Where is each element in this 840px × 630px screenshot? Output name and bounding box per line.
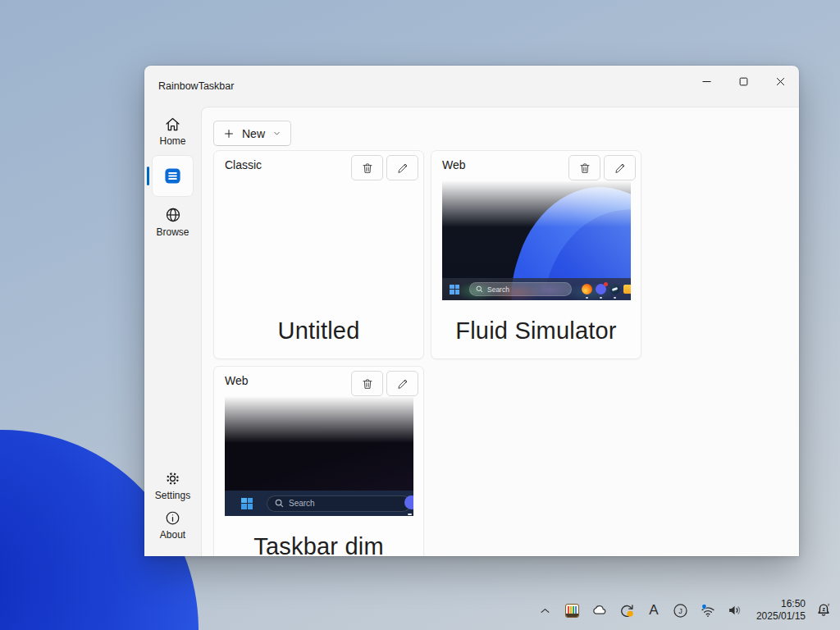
delete-profile-button[interactable]: [568, 155, 600, 180]
clock-letter: J: [679, 606, 683, 614]
sidebar-item-label: Browse: [156, 226, 189, 238]
bell-z-letter: z: [822, 606, 825, 612]
thumbnail-search-box: Search: [469, 282, 572, 296]
minimize-icon: [701, 75, 713, 88]
firefox-icon: [582, 284, 592, 294]
delete-profile-button[interactable]: [351, 155, 383, 180]
titlebar: RainbowTaskbar: [144, 66, 799, 107]
maximize-icon: [737, 75, 750, 88]
profile-title: Fluid Simulator: [431, 316, 641, 345]
profile-grid: Classic Untitled: [213, 150, 646, 556]
window-controls: [688, 66, 799, 97]
delete-profile-button[interactable]: [351, 371, 383, 396]
new-profile-button[interactable]: New: [213, 121, 291, 146]
config-list-icon: [163, 167, 182, 185]
search-label: Search: [487, 285, 509, 294]
profile-type-label: Web: [225, 374, 249, 387]
thumbnail-top-fade: [442, 176, 631, 227]
steam-icon: [609, 284, 620, 294]
profile-card-taskbar-dim[interactable]: Web: [213, 366, 424, 556]
thumbnail-taskbar: Search: [225, 491, 413, 516]
sidebar-item-settings[interactable]: Settings: [147, 466, 199, 505]
rainbowtaskbar-window: RainbowTaskbar Home: [144, 66, 799, 556]
start-button-icon: [241, 498, 253, 509]
network-tray-icon[interactable]: [699, 598, 717, 623]
sidebar-item-label: About: [160, 529, 185, 541]
sync-icon: [618, 601, 636, 619]
profile-card-fluid-simulator[interactable]: Web: [431, 150, 641, 359]
search-icon: [476, 285, 483, 293]
bell-dnd-icon: z z: [815, 601, 833, 619]
sidebar-item-configs-selected[interactable]: [153, 156, 193, 196]
pencil-icon: [614, 162, 627, 175]
thumbnail-taskbar: Search: [442, 278, 631, 300]
sidebar-item-browse[interactable]: Browse: [147, 202, 199, 242]
trash-icon: [361, 377, 374, 390]
hidden-icons-chevron[interactable]: [536, 598, 555, 623]
onedrive-tray-icon[interactable]: [591, 598, 609, 623]
trash-icon: [361, 162, 374, 175]
pencil-icon: [396, 162, 409, 175]
pencil-icon: [396, 377, 409, 390]
selected-indicator: [147, 167, 149, 185]
sidebar-item-home[interactable]: Home: [147, 112, 199, 151]
maximize-button[interactable]: [725, 66, 762, 97]
notification-center-button[interactable]: z z: [815, 598, 833, 623]
running-indicator: [408, 514, 412, 515]
profile-card-untitled[interactable]: Classic Untitled: [213, 150, 424, 359]
folder-icon: [623, 285, 631, 294]
card-actions: [351, 371, 418, 396]
chevron-down-icon[interactable]: [272, 129, 281, 138]
thumbnail-search-box: Search: [267, 495, 411, 512]
clock-app-tray-icon[interactable]: J: [672, 598, 690, 623]
info-icon: [164, 509, 181, 527]
profile-thumbnail: Search: [442, 176, 631, 300]
new-button-label: New: [242, 127, 265, 140]
globe-icon: [164, 206, 182, 224]
window-title: RainbowTaskbar: [144, 66, 234, 92]
close-icon: [774, 75, 787, 88]
search-label: Search: [289, 499, 315, 508]
desktop: RainbowTaskbar Home: [0, 0, 840, 630]
volume-icon: [726, 601, 744, 619]
rainbowtaskbar-tray-icon[interactable]: [564, 598, 582, 623]
volume-tray-icon[interactable]: [726, 598, 744, 623]
profile-title: Taskbar dim: [214, 532, 423, 556]
profile-type-label: Web: [442, 158, 466, 171]
trash-icon: [578, 162, 591, 175]
sync-tray-icon[interactable]: [618, 598, 636, 623]
cloud-icon: [591, 601, 609, 619]
edit-profile-button[interactable]: [386, 155, 418, 180]
input-letter: A: [649, 602, 658, 619]
sidebar-item-label: Settings: [155, 490, 190, 501]
bell-z-small: z: [828, 602, 830, 607]
profile-title: Untitled: [214, 316, 423, 345]
start-button-icon: [450, 285, 459, 294]
circled-letter-icon: J: [672, 602, 689, 619]
plus-icon: [223, 128, 235, 139]
minimize-button[interactable]: [688, 66, 725, 97]
system-tray: A J 16:50 2025/01: [536, 595, 833, 626]
taskbar-clock[interactable]: 16:50 2025/01/15: [756, 598, 806, 623]
edit-profile-button[interactable]: [386, 371, 418, 396]
content-panel: New Classic: [201, 107, 799, 556]
notification-badge: [604, 282, 608, 286]
clock-date: 2025/01/15: [756, 610, 806, 623]
edit-profile-button[interactable]: [604, 155, 636, 180]
sidebar-item-about[interactable]: About: [147, 505, 199, 545]
thumbnail-top-fade: [225, 392, 413, 443]
input-indicator-tray-icon[interactable]: A: [645, 598, 663, 623]
home-icon: [164, 116, 181, 133]
close-button[interactable]: [762, 66, 799, 97]
rainbow-grid-icon: [565, 604, 579, 618]
thumbnail-app-icons: [582, 284, 629, 294]
sidebar: Home Browse: [144, 107, 201, 556]
gear-icon: [164, 470, 181, 487]
sidebar-item-label: Home: [159, 135, 185, 147]
discord-icon: [404, 495, 413, 509]
discord-icon: [596, 284, 606, 294]
search-icon: [275, 499, 284, 508]
card-actions: [351, 155, 418, 180]
card-actions: [568, 155, 636, 180]
profile-type-label: Classic: [225, 158, 262, 171]
